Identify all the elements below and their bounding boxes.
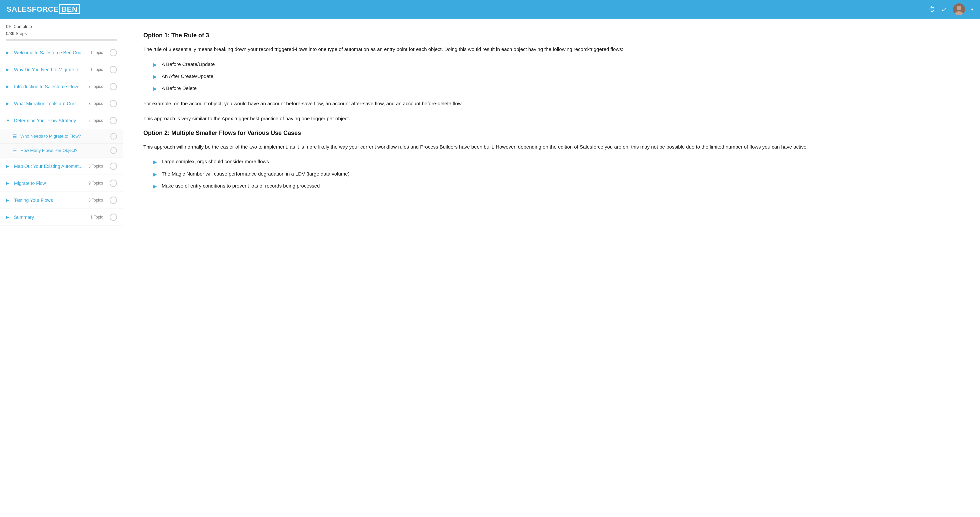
section-badge-why-migrate: 1 Topic	[90, 67, 103, 72]
arrow-icon: ▶	[153, 171, 157, 178]
section-title-map-out: Map Out Your Existing Automat...	[14, 163, 85, 169]
chevron-down-icon: ▼	[6, 118, 11, 123]
flow-strategy-sub-items: ☰ Who Needs to Migrate to Flow? ☰ How Ma…	[0, 129, 123, 157]
section-complete-flow-strategy	[110, 117, 117, 124]
bullet-text: A Before Create/Update	[162, 60, 215, 68]
section-header-flow-strategy[interactable]: ▼ Determine Your Flow Strategy 2 Topics	[0, 112, 123, 129]
sidebar-item-how-many[interactable]: ☰ How Many Flows Per Object?	[0, 143, 123, 157]
option1-bullet-list: ▶ A Before Create/Update ▶ An After Crea…	[153, 60, 960, 93]
section-header-summary[interactable]: ▶ Summary 1 Topic	[0, 209, 123, 225]
chevron-right-icon: ▶	[6, 50, 11, 55]
chevron-right-icon: ▶	[6, 164, 11, 168]
section-title-tools: What Migration Tools are Curr...	[14, 101, 85, 106]
section-badge-welcome: 1 Topic	[90, 50, 103, 55]
header-actions: ⏱ ⤢ ▾	[929, 3, 973, 15]
section-badge-summary: 1 Topic	[90, 215, 103, 219]
option1-note: This approach is very similar to the Ape…	[143, 114, 960, 123]
chevron-right-icon: ▶	[6, 101, 11, 106]
sub-item-title-who-needs: Who Needs to Migrate to Flow?	[20, 133, 107, 139]
section-title-why-migrate: Why Do You Need to Migrate to ...	[14, 67, 87, 72]
section-complete-intro	[110, 83, 117, 90]
sidebar-section-intro: ▶ Introduction to Salesforce Flow 7 Topi…	[0, 78, 123, 95]
logo: SALESFORCEBEN	[7, 5, 80, 14]
bullet-text: Make use of entry conditions to prevent …	[162, 182, 320, 190]
section-header-welcome[interactable]: ▶ Welcome to Salesforce Ben Cou... 1 Top…	[0, 44, 123, 61]
progress-bar	[6, 39, 117, 41]
section-header-map-out[interactable]: ▶ Map Out Your Existing Automat... 3 Top…	[0, 158, 123, 174]
list-item: ▶ An After Create/Update	[153, 72, 960, 80]
list-item: ▶ A Before Delete	[153, 84, 960, 92]
section-complete-testing	[110, 197, 117, 204]
list-icon: ☰	[13, 133, 17, 139]
chevron-right-icon: ▶	[6, 181, 11, 186]
section-header-why-migrate[interactable]: ▶ Why Do You Need to Migrate to ... 1 To…	[0, 61, 123, 78]
sidebar-section-testing: ▶ Testing Your Flows 3 Topics	[0, 192, 123, 209]
arrow-icon: ▶	[153, 85, 157, 92]
sidebar-section-why-migrate: ▶ Why Do You Need to Migrate to ... 1 To…	[0, 61, 123, 78]
option2-heading: Option 2: Multiple Smaller Flows for Var…	[143, 130, 960, 136]
section-title-testing: Testing Your Flows	[14, 198, 85, 203]
option1-intro: The rule of 3 essentially means breaking…	[143, 45, 960, 54]
bullet-text: Large complex, orgs should consider more…	[162, 157, 269, 166]
section-badge-migrate: 9 Topics	[88, 181, 103, 186]
section-title-intro: Introduction to Salesforce Flow	[14, 84, 85, 89]
section-title-flow-strategy: Determine Your Flow Strategy	[14, 118, 85, 123]
section-title-summary: Summary	[14, 214, 87, 220]
section-badge-map-out: 3 Topics	[88, 164, 103, 168]
sidebar-section-flow-strategy: ▼ Determine Your Flow Strategy 2 Topics …	[0, 112, 123, 158]
sidebar-section-tools: ▶ What Migration Tools are Curr... 3 Top…	[0, 95, 123, 112]
list-item: ▶ Large complex, orgs should consider mo…	[153, 157, 960, 166]
option2-bullet-list: ▶ Large complex, orgs should consider mo…	[153, 157, 960, 190]
sub-item-title-how-many: How Many Flows Per Object?	[20, 148, 107, 153]
avatar[interactable]	[953, 3, 965, 15]
arrow-icon: ▶	[153, 61, 157, 68]
list-item: ▶ The Magic Number will cause performanc…	[153, 170, 960, 178]
section-header-migrate[interactable]: ▶ Migrate to Flow 9 Topics	[0, 175, 123, 192]
list-item: ▶ A Before Create/Update	[153, 60, 960, 68]
section-badge-intro: 7 Topics	[88, 84, 103, 89]
sidebar: 0% Complete 0/39 Steps ▶ Welcome to Sale…	[0, 19, 123, 517]
section-complete-summary	[110, 214, 117, 221]
chevron-right-icon: ▶	[6, 198, 11, 203]
progress-section: 0% Complete 0/39 Steps	[0, 19, 123, 44]
logo-text: SALESFORCEBEN	[7, 5, 80, 14]
clock-icon[interactable]: ⏱	[929, 6, 935, 13]
list-icon: ☰	[13, 148, 17, 153]
option1-example: For example, on the account object, you …	[143, 99, 960, 108]
progress-percent: 0% Complete	[6, 23, 117, 30]
arrow-icon: ▶	[153, 182, 157, 190]
sub-item-complete-who-needs	[110, 133, 117, 140]
option1-heading: Option 1: The Rule of 3	[143, 32, 960, 39]
bullet-text: A Before Delete	[162, 84, 197, 92]
expand-icon[interactable]: ⤢	[941, 5, 947, 13]
app-header: SALESFORCEBEN ⏱ ⤢ ▾	[0, 0, 980, 19]
section-complete-tools	[110, 100, 117, 107]
section-complete-migrate	[110, 179, 117, 187]
sidebar-item-who-needs[interactable]: ☰ Who Needs to Migrate to Flow?	[0, 129, 123, 143]
chevron-right-icon: ▶	[6, 215, 11, 219]
section-complete-welcome	[110, 49, 117, 56]
avatar-chevron-icon[interactable]: ▾	[971, 7, 973, 12]
section-header-intro[interactable]: ▶ Introduction to Salesforce Flow 7 Topi…	[0, 78, 123, 95]
section-title-migrate: Migrate to Flow	[14, 181, 85, 186]
section-title-welcome: Welcome to Salesforce Ben Cou...	[14, 50, 87, 55]
main-layout: 0% Complete 0/39 Steps ▶ Welcome to Sale…	[0, 19, 980, 517]
content-area: Option 1: The Rule of 3 The rule of 3 es…	[123, 19, 980, 517]
sidebar-section-migrate: ▶ Migrate to Flow 9 Topics	[0, 175, 123, 192]
bullet-text: The Magic Number will cause performance …	[162, 170, 350, 178]
section-complete-map-out	[110, 163, 117, 170]
chevron-right-icon: ▶	[6, 67, 11, 72]
section-header-tools[interactable]: ▶ What Migration Tools are Curr... 3 Top…	[0, 95, 123, 112]
arrow-icon: ▶	[153, 158, 157, 166]
sidebar-section-map-out: ▶ Map Out Your Existing Automat... 3 Top…	[0, 158, 123, 175]
option2-intro: This approach will normally be the easie…	[143, 143, 960, 151]
section-badge-testing: 3 Topics	[88, 198, 103, 203]
section-header-testing[interactable]: ▶ Testing Your Flows 3 Topics	[0, 192, 123, 209]
chevron-right-icon: ▶	[6, 84, 11, 89]
sidebar-section-welcome: ▶ Welcome to Salesforce Ben Cou... 1 Top…	[0, 44, 123, 61]
arrow-icon: ▶	[153, 73, 157, 80]
svg-point-1	[957, 6, 961, 10]
progress-steps: 0/39 Steps	[6, 30, 117, 37]
section-badge-tools: 3 Topics	[88, 101, 103, 106]
section-complete-why-migrate	[110, 66, 117, 73]
